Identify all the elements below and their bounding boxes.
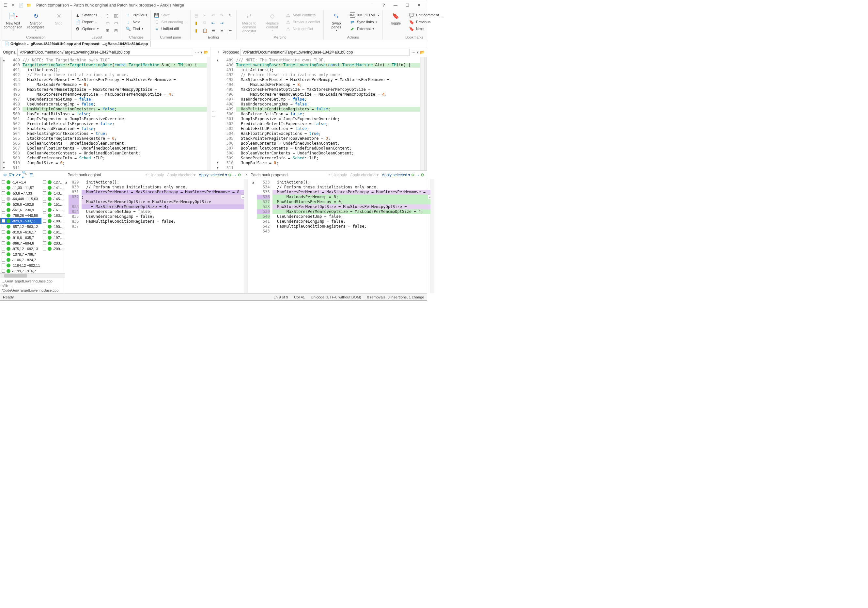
apply-selected-left-button[interactable]: Apply selected ▾ ⚙→⚙ — [199, 173, 241, 177]
dropdown-icon[interactable]: ▾ — [200, 50, 202, 54]
xml-html-button[interactable]: XMLXML/HTML ▾ — [349, 12, 380, 18]
scroll-up-icon[interactable]: ▴ — [217, 58, 221, 62]
edit-comment-button[interactable]: 💬Edit comment… — [408, 12, 443, 18]
options-button[interactable]: ⚙Options ▾ — [74, 26, 102, 32]
hunk-checkbox[interactable] — [2, 219, 5, 223]
hunk-minimap-right[interactable] — [431, 179, 434, 293]
magnify-icon[interactable]: 🔍▾ — [22, 173, 27, 177]
hunk-checkbox[interactable] — [2, 202, 5, 206]
document-tab[interactable]: 📄 Original: …gBase-1842f4a81b0.cpp and P… — [2, 40, 151, 47]
scroll-down-dbl-icon[interactable]: ▾ — [217, 160, 221, 165]
filter-icon[interactable]: ⚙ — [2, 173, 8, 177]
hunk-minimap-left[interactable] — [244, 179, 247, 293]
hunk-row[interactable]: -151… — [42, 202, 65, 207]
minimize-button[interactable]: — — [390, 1, 401, 10]
hunk-checkbox[interactable] — [2, 241, 5, 245]
hunk-row[interactable]: -190… — [42, 224, 65, 229]
hunk-checkbox[interactable] — [2, 197, 5, 201]
layout-2row-icon[interactable]: ▭ — [113, 20, 119, 26]
new-file-icon[interactable]: 📄 — [18, 2, 24, 8]
swap-panes-button[interactable]: ⇆ Swap panes ▾ — [326, 11, 347, 32]
minimap-original[interactable] — [207, 57, 211, 171]
hunk-checkbox[interactable] — [2, 208, 5, 211]
layout-grid2-icon[interactable]: ⊞ — [113, 27, 119, 34]
hunk-checkbox[interactable] — [2, 269, 5, 273]
collapse-ribbon-button[interactable]: ˄ — [366, 1, 378, 10]
layout-grid-icon[interactable]: ⊞ — [104, 27, 111, 34]
help-button[interactable]: ? — [378, 1, 390, 10]
scroll-up-icon[interactable]: ▴ — [3, 58, 8, 62]
layout-1row-icon[interactable]: ▭ — [104, 20, 111, 26]
hunk-checkbox[interactable] — [2, 225, 5, 228]
hunk-row[interactable]: -918,6 +635,7 — [0, 235, 42, 240]
hunk-row[interactable]: -1199,7 +916,7 — [0, 268, 42, 273]
scroll-down-icon[interactable]: ▾ — [217, 165, 221, 170]
hunk-row[interactable]: -975,12 +692,13 — [0, 246, 42, 252]
next-bookmark-button[interactable]: 🔖Next — [408, 26, 443, 32]
report-button[interactable]: 📄Report… — [74, 19, 102, 25]
apply-selected-right-button[interactable]: Apply selected ▾ ⚙→⚙ — [382, 173, 424, 177]
new-folder-icon[interactable]: 📁 — [26, 2, 32, 8]
hunk-row[interactable]: -11,33 +11,57 — [0, 185, 42, 190]
hunk-row[interactable]: -768,26 +440,58 — [0, 213, 42, 218]
external-button[interactable]: ⬈External ▾ — [349, 26, 380, 32]
scroll-up-icon[interactable]: ▴ — [252, 180, 257, 185]
hunk-checkbox[interactable] — [2, 247, 5, 250]
find-button[interactable]: 🔍Find ▾ — [125, 26, 148, 32]
hunk-row[interactable]: -1106,7 +824,7 — [0, 257, 42, 263]
hunk-code-left[interactable]: initActions(); // Perform these initiali… — [82, 179, 245, 293]
hunk-checkbox[interactable] — [2, 213, 5, 217]
justify-icon[interactable]: ≡ — [219, 27, 225, 34]
new-text-comparison-button[interactable]: 📄+ New text comparison ▾ — [3, 11, 23, 32]
hunk-col-left[interactable]: -1,4 +1,4-11,33 +11,57-53,6 +77,33-64,44… — [0, 179, 42, 273]
indent-right-icon[interactable]: ⇥ — [219, 20, 225, 26]
hunk-code-proposed[interactable]: ▴ 533534535536537538539540541542543 init… — [252, 179, 434, 293]
hunk-checkbox[interactable] — [43, 219, 46, 223]
grip-right[interactable] — [424, 57, 427, 171]
hunk-row[interactable]: -561,6 +230,9 — [0, 207, 42, 213]
hunk-row[interactable]: -191… — [42, 229, 65, 235]
hunk-checkbox[interactable] — [43, 247, 46, 250]
code-proposed[interactable]: /// NOTE: The TargetMachine owns TLOF.Ta… — [236, 57, 421, 171]
start-recompare-button[interactable]: ↻ Start or recompare ▾ — [26, 11, 46, 32]
hunk-code-original[interactable]: ▴ 829830831832 833834835836837 initActio… — [65, 179, 248, 293]
code-original[interactable]: /// NOTE: The TargetMachine owns TLOF.Ta… — [23, 57, 207, 171]
hunk-checkbox[interactable] — [43, 236, 46, 239]
hunk-checkbox[interactable] — [2, 258, 5, 261]
more-icon[interactable]: ⋯ — [195, 50, 199, 54]
hunk-code-right[interactable]: initActions(); // Perform these initiali… — [273, 179, 431, 293]
hamburger-icon[interactable]: ☰ — [2, 2, 8, 8]
close-button[interactable]: ✕ — [413, 1, 425, 10]
hunk-checkbox[interactable] — [2, 236, 5, 239]
hunk-row[interactable]: -53,6 +77,33 — [0, 190, 42, 196]
scroll-down-icon[interactable]: ▾ — [3, 165, 8, 170]
hunk-checkbox[interactable] — [43, 180, 46, 184]
hunk-row[interactable]: -526,6 +192,9 — [0, 202, 42, 207]
next-change-button[interactable]: ↓Next — [125, 19, 148, 25]
hunk-row[interactable]: -183… — [42, 213, 65, 218]
hunk-row[interactable]: -161… — [42, 207, 65, 213]
hunk-row[interactable]: -857,12 +563,12 — [0, 224, 42, 229]
open-folder-icon[interactable]: 📂 — [420, 50, 425, 54]
hunk-checkbox[interactable] — [43, 186, 46, 190]
hunk-checkbox[interactable] — [2, 191, 5, 195]
hunk-row[interactable]: -910,6 +616,17 — [0, 229, 42, 235]
hunklist-scrollbar[interactable] — [0, 273, 65, 278]
sync-links-button[interactable]: ⇄Sync links ▾ — [349, 19, 380, 25]
hunk-checkbox[interactable] — [2, 252, 5, 256]
hunk-row[interactable]: -1184,12 +902,11 — [0, 263, 42, 268]
list-icon[interactable]: ☰ — [28, 173, 34, 177]
cursor-icon[interactable]: ↖ — [227, 12, 234, 19]
marker-icon[interactable]: ▮ — [193, 27, 200, 34]
grip-left[interactable] — [0, 57, 3, 171]
hunk-checkbox[interactable] — [2, 186, 5, 190]
hunk-row[interactable]: -966,7 +684,6 — [0, 240, 42, 246]
scroll-up-icon[interactable]: ▴ — [65, 180, 70, 185]
hunk-checkbox[interactable] — [43, 208, 46, 211]
hunk-col-right[interactable]: -127…-141…-143…-145…-151…-161…-183…-188…… — [42, 179, 65, 273]
indent-left-icon[interactable]: ⇤ — [210, 20, 217, 26]
list-icon[interactable]: ☰ — [210, 27, 217, 34]
align-icon[interactable]: ≣ — [227, 27, 234, 34]
hunk-row[interactable]: -188… — [42, 218, 65, 224]
check-icon[interactable]: ☑▾ — [9, 173, 14, 177]
